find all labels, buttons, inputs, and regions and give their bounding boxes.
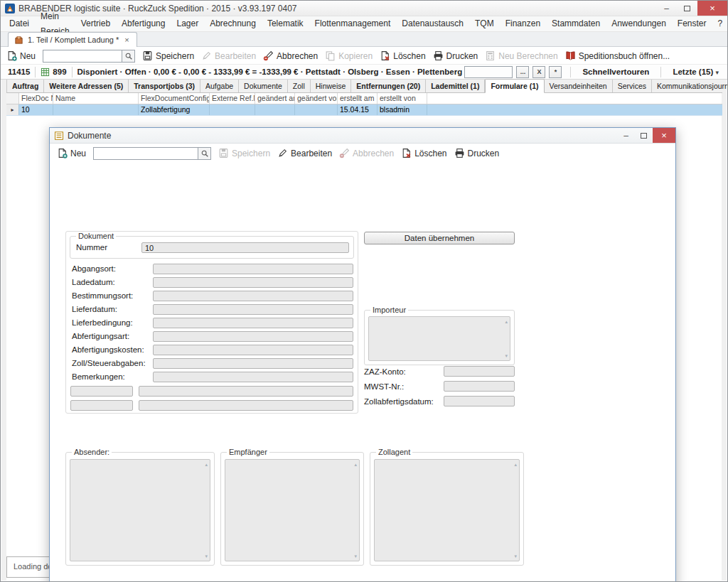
scroll-up-icon[interactable]: ▴	[205, 462, 208, 467]
extra-field-2a[interactable]	[70, 400, 133, 411]
input-bestimmungsort[interactable]	[153, 291, 353, 301]
input-ladedatum[interactable]	[153, 277, 353, 288]
dialog-search-button[interactable]	[198, 147, 211, 160]
column-header-erstellt-am[interactable]: erstellt am	[338, 93, 378, 104]
column-header-geändert-am[interactable]: geändert am	[255, 93, 295, 104]
menu-item-finanzen[interactable]: Finanzen	[500, 16, 546, 31]
menu-item-anwendungen[interactable]: Anwendungen	[606, 16, 672, 31]
daten-uebernehmen-button[interactable]: Daten übernehmen	[364, 232, 515, 244]
input-lieferbedingung[interactable]	[153, 318, 353, 328]
menu-item-vertrieb[interactable]: Vertrieb	[75, 16, 116, 31]
input-mwst-nr[interactable]	[444, 381, 515, 392]
tab-entfernungen-20[interactable]: Entfernungen (20)	[351, 80, 426, 92]
dialog-cancel-button[interactable]: Abbrechen	[339, 148, 394, 158]
save-button[interactable]: Speichern	[142, 50, 194, 61]
cancel-button[interactable]: Abbrechen	[263, 50, 318, 61]
print-button[interactable]: Drucken	[433, 50, 478, 61]
menu-item-datei[interactable]: Datei	[4, 16, 35, 31]
scroll-down-icon[interactable]: ▾	[205, 554, 208, 559]
copy-button[interactable]: Kopieren	[325, 50, 373, 61]
document-tab[interactable]: 1. Teil / Komplett Ladung * ×	[8, 32, 137, 47]
column-header-erstellt-von[interactable]: erstellt von	[378, 93, 427, 104]
tab-zoll[interactable]: Zoll	[288, 80, 311, 92]
menu-item-telematik[interactable]: Telematik	[262, 16, 309, 31]
tab-versandeinheiten[interactable]: Versandeinheiten	[545, 80, 613, 92]
scroll-up-icon[interactable]: ▴	[505, 319, 508, 324]
menu-item-flottenmanagement[interactable]: Flottenmanagement	[309, 16, 397, 31]
dialog-delete-button[interactable]: Löschen	[401, 148, 446, 158]
menu-item-lager[interactable]: Lager	[171, 16, 204, 31]
dialog-save-button[interactable]: Speichern	[218, 148, 270, 158]
menu-item-stammdaten[interactable]: Stammdaten	[546, 16, 606, 31]
maximize-button[interactable]	[677, 1, 697, 16]
forwarding-book-button[interactable]: Speditionsbuch öffnen...	[565, 50, 670, 61]
input-zoll-steuerabgaben[interactable]	[153, 358, 353, 369]
schnellvertouren-button[interactable]: Schnellvertouren	[579, 68, 652, 76]
column-header-geändert-von[interactable]: geändert von	[295, 93, 338, 104]
menu-item-datenaustausch[interactable]: Datenaustausch	[396, 16, 469, 31]
input-zaz-konto[interactable]	[444, 366, 515, 377]
dialog-print-button[interactable]: Drucken	[454, 148, 500, 158]
row-selector-cell[interactable]: ▸	[6, 104, 19, 115]
tab-dokumente[interactable]: Dokumente	[239, 80, 288, 92]
main-search-input[interactable]	[43, 50, 122, 63]
input-bemerkungen[interactable]	[153, 372, 353, 382]
dialog-minimize-button[interactable]: –	[617, 128, 635, 143]
tab-transportjobs-3[interactable]: Transportjobs (3)	[129, 80, 200, 92]
scroll-up-icon[interactable]: ▴	[354, 462, 357, 467]
extra-field-1a[interactable]	[70, 386, 133, 397]
scroll-down-icon[interactable]: ▾	[354, 554, 357, 559]
tab-services[interactable]: Services	[613, 80, 652, 92]
column-header-name[interactable]: Name	[53, 93, 139, 104]
tab-formulare-1[interactable]: Formulare (1)	[485, 79, 544, 93]
input-lieferdatum[interactable]	[153, 304, 353, 315]
dialog-search-input[interactable]	[93, 147, 198, 160]
recalculate-button[interactable]: Neu Berechnen	[485, 50, 557, 61]
new-button[interactable]: Neu	[6, 50, 36, 61]
textarea-absender[interactable]: ▴▾	[70, 459, 210, 561]
dialog-new-button[interactable]: Neu	[57, 148, 86, 158]
close-button[interactable]: ×	[697, 1, 727, 16]
menu-item-abrechnung[interactable]: Abrechnung	[204, 16, 262, 31]
tab-aufgabe[interactable]: Aufgabe	[200, 80, 239, 92]
textarea-zollagent[interactable]: ▴▾	[374, 459, 520, 561]
wildcard-button[interactable]: *	[549, 66, 562, 78]
minimize-button[interactable]: –	[656, 1, 677, 16]
clear-filter-button[interactable]: X	[532, 66, 545, 78]
input-abgangsort[interactable]	[153, 264, 353, 274]
extra-field-1b[interactable]	[139, 386, 353, 397]
document-tab-close-icon[interactable]: ×	[123, 36, 130, 44]
menu-item-fenster[interactable]: Fenster	[672, 16, 712, 31]
edit-button[interactable]: Bearbeiten	[201, 50, 256, 61]
textarea-empfänger[interactable]: ▴▾	[225, 459, 360, 561]
lookup-button[interactable]: ...	[516, 66, 529, 78]
search-button[interactable]	[122, 50, 135, 63]
recent-records-dropdown[interactable]: Letzte (15) ▾	[670, 68, 722, 76]
input-abfertigungskosten[interactable]	[153, 345, 353, 355]
dialog-close-button[interactable]: ×	[653, 128, 675, 143]
dialog-maximize-button[interactable]	[635, 128, 653, 143]
column-header-flexdoc-nr[interactable]: FlexDoc Nr.	[19, 93, 53, 104]
menu-item-[interactable]: ?	[712, 16, 728, 31]
input-zollabfertigsdatum[interactable]	[444, 396, 515, 406]
scroll-down-icon[interactable]: ▾	[505, 353, 508, 358]
column-header-externe-ref-nr[interactable]: Externe Ref.Nr.	[210, 93, 255, 104]
tab-weitere-adressen-5[interactable]: Weitere Adressen (5)	[44, 80, 129, 92]
delete-button[interactable]: Löschen	[380, 50, 425, 61]
importeur-textarea[interactable]: ▴ ▾	[368, 316, 510, 361]
grid-row[interactable]: ▸10Zollabfertigung15.04.15blsadmin	[6, 104, 722, 116]
input-abfertigungsart[interactable]	[153, 331, 353, 342]
tab-auftrag[interactable]: Auftrag	[6, 80, 44, 92]
quick-filter-input[interactable]	[464, 66, 513, 78]
nummer-field[interactable]: 10	[141, 242, 349, 253]
menu-item-abfertigung[interactable]: Abfertigung	[116, 16, 171, 31]
scroll-down-icon[interactable]: ▾	[514, 554, 517, 559]
dialog-edit-button[interactable]: Bearbeiten	[277, 148, 332, 158]
column-header-flexdocumentconfigid[interactable]: FlexDocumentConfigID	[139, 93, 210, 104]
menu-item-tqm[interactable]: TQM	[469, 16, 500, 31]
scroll-up-icon[interactable]: ▴	[514, 462, 517, 467]
tab-hinweise[interactable]: Hinweise	[311, 80, 352, 92]
tab-kommunikationsjournal[interactable]: Kommunikationsjournal	[652, 80, 728, 92]
tab-lademittel-1[interactable]: Lademittel (1)	[426, 80, 485, 92]
extra-field-2b[interactable]	[139, 400, 353, 411]
